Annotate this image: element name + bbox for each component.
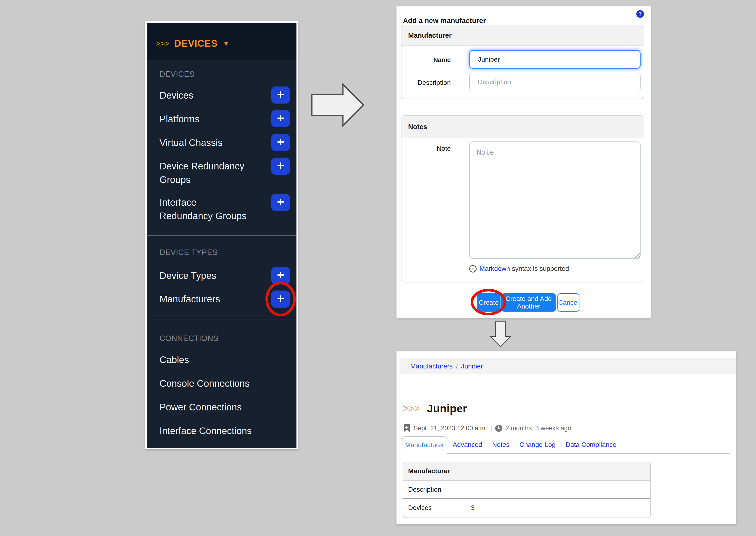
table-row: Devices 3 bbox=[403, 499, 650, 517]
breadcrumb-chevrons-icon: >>> bbox=[156, 39, 169, 48]
page-title: Juniper bbox=[427, 402, 467, 415]
tab-advanced[interactable]: Advanced bbox=[453, 436, 482, 453]
clock-icon bbox=[495, 425, 502, 432]
description-row-label: Description bbox=[408, 481, 441, 498]
fieldset-header: Manufacturer bbox=[401, 25, 644, 46]
sidebar-item-devices[interactable]: Devices bbox=[159, 89, 270, 101]
sidebar-item-interface-connections[interactable]: Interface Connections bbox=[159, 425, 270, 436]
description-row-value: — bbox=[471, 481, 478, 498]
add-interface-redundancy-group-button[interactable]: + bbox=[271, 194, 290, 211]
meta-separator: | bbox=[490, 425, 492, 432]
menu-divider bbox=[147, 319, 296, 319]
sidebar-item-interface-redundancy-groups[interactable]: Interface Redundancy Groups bbox=[159, 196, 270, 223]
notes-fieldset: Notes Note i Markdown syntax is supporte… bbox=[401, 116, 644, 283]
summary-card-title: Manufacturer bbox=[408, 462, 650, 480]
add-device-button[interactable]: + bbox=[271, 86, 290, 104]
section-label-devices: DEVICES bbox=[159, 69, 194, 79]
sidebar-item-power-connections[interactable]: Power Connections bbox=[159, 401, 270, 413]
sidebar-item-device-types[interactable]: Device Types bbox=[159, 270, 270, 281]
devices-row-label: Devices bbox=[408, 499, 432, 517]
devices-menu: >>> DEVICES ▼ DEVICES Devices + Platform… bbox=[147, 23, 296, 448]
flow-arrow-right-icon bbox=[310, 83, 365, 127]
section-label-device-types: DEVICE TYPES bbox=[159, 248, 218, 257]
info-icon: i bbox=[469, 265, 477, 273]
fieldset-title: Manufacturer bbox=[408, 25, 644, 46]
annotation-circle-add-manufacturer bbox=[265, 282, 296, 316]
tab-data-compliance[interactable]: Data Compliance bbox=[566, 436, 616, 453]
flow-arrow-down-icon bbox=[489, 320, 512, 348]
devices-count-link[interactable]: 3 bbox=[471, 499, 475, 517]
breadcrumb: Manufacturers / Juniper bbox=[400, 358, 736, 374]
tab-manufacturer[interactable]: Manufacturer bbox=[402, 436, 447, 453]
sidebar-item-virtual-chassis[interactable]: Virtual Chassis bbox=[159, 137, 270, 148]
add-manufacturer-form-panel: Add a new manufacturer ? Manufacturer Na… bbox=[396, 6, 651, 318]
cancel-button[interactable]: Cancel bbox=[557, 293, 579, 312]
sidebar-item-platforms[interactable]: Platforms bbox=[159, 113, 270, 125]
form-title: Add a new manufacturer bbox=[403, 16, 486, 25]
name-label: Name bbox=[401, 54, 451, 65]
sidebar-item-device-redundancy-groups[interactable]: Device Redundancy Groups bbox=[159, 159, 270, 186]
bookmark-plus-icon bbox=[404, 424, 410, 432]
tab-baseline bbox=[447, 453, 730, 453]
created-date: Sept. 21, 2023 12:00 a.m. bbox=[414, 425, 487, 432]
table-row: Description — bbox=[403, 481, 650, 499]
manufacturer-summary-card: Manufacturer Description — Devices 3 bbox=[403, 462, 651, 518]
add-device-redundancy-group-button[interactable]: + bbox=[271, 157, 290, 175]
description-label: Description bbox=[401, 77, 451, 88]
last-updated-text: 2 months, 3 weeks ago bbox=[505, 425, 571, 432]
create-and-add-another-button[interactable]: Create and Add Another bbox=[501, 293, 556, 312]
chevron-down-icon[interactable]: ▼ bbox=[223, 40, 229, 48]
tab-change-log[interactable]: Change Log bbox=[520, 436, 556, 453]
tab-notes[interactable]: Notes bbox=[492, 436, 509, 453]
section-label-connections: CONNECTIONS bbox=[159, 334, 219, 343]
fieldset-header: Notes bbox=[401, 116, 644, 138]
help-icon[interactable]: ? bbox=[636, 10, 644, 18]
name-input[interactable] bbox=[469, 50, 640, 69]
add-virtual-chassis-button[interactable]: + bbox=[271, 134, 290, 151]
sidebar-item-console-connections[interactable]: Console Connections bbox=[159, 378, 270, 389]
add-platform-button[interactable]: + bbox=[271, 110, 290, 127]
menu-header: >>> DEVICES ▼ bbox=[147, 23, 296, 60]
markdown-hint-text: syntax is supported bbox=[512, 265, 569, 272]
breadcrumb-juniper-link[interactable]: Juniper bbox=[461, 362, 483, 370]
note-label: Note bbox=[401, 143, 451, 154]
breadcrumb-manufacturers-link[interactable]: Manufacturers bbox=[410, 362, 453, 370]
description-input[interactable] bbox=[469, 73, 640, 91]
menu-divider bbox=[147, 235, 296, 236]
fieldset-title: Notes bbox=[408, 116, 644, 138]
annotation-circle-create-button bbox=[471, 289, 506, 316]
sidebar-item-cables[interactable]: Cables bbox=[159, 354, 270, 365]
heading-chevrons-icon: >>> bbox=[403, 403, 420, 414]
note-textarea[interactable] bbox=[469, 142, 640, 259]
devices-menu-panel: >>> DEVICES ▼ DEVICES Devices + Platform… bbox=[145, 21, 298, 449]
markdown-link[interactable]: Markdown bbox=[479, 265, 510, 272]
manufacturer-fieldset: Manufacturer Name Description bbox=[401, 25, 644, 99]
breadcrumb-separator: / bbox=[456, 362, 458, 370]
summary-card-header: Manufacturer bbox=[403, 462, 650, 481]
menu-title[interactable]: DEVICES bbox=[174, 38, 218, 49]
sidebar-item-manufacturers[interactable]: Manufacturers bbox=[159, 293, 270, 305]
manufacturer-detail-panel: Manufacturers / Juniper >>> Juniper Sept… bbox=[396, 352, 736, 524]
